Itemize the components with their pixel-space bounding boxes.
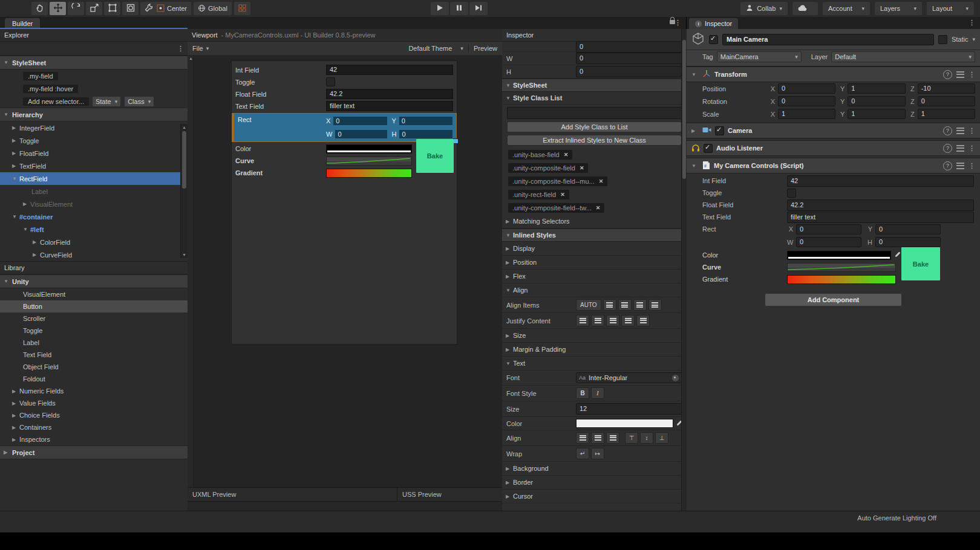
transform-component-header[interactable]: Transform ?⋮ xyxy=(687,66,980,82)
library-project-header[interactable]: Project xyxy=(0,445,188,459)
scale-z-input[interactable]: 1 xyxy=(918,109,975,119)
align-left-button[interactable] xyxy=(576,432,589,444)
text-foldout[interactable]: Text xyxy=(502,357,687,370)
library-group[interactable]: Inspectors xyxy=(0,433,188,445)
step-button[interactable] xyxy=(469,2,488,15)
add-selector-input[interactable]: Add new selector... xyxy=(23,97,89,106)
rotation-y-input[interactable]: 0 xyxy=(848,96,905,106)
hierarchy-item[interactable]: Toggle xyxy=(0,134,188,147)
library-item[interactable]: VisualElement xyxy=(0,288,188,300)
hierarchy-item[interactable]: ColorField xyxy=(0,236,188,248)
float-field-input[interactable]: 42.2 xyxy=(326,89,453,99)
foldout-open-icon[interactable] xyxy=(506,95,513,101)
viewport-canvas[interactable]: ▲ Int Field 42 Toggle Float Field 42.2 T… xyxy=(188,55,502,488)
foldout-closed-icon[interactable] xyxy=(4,450,11,455)
library-group[interactable]: Value Fields xyxy=(0,397,188,409)
foldout-closed-icon[interactable] xyxy=(506,246,513,251)
foldout-closed-icon[interactable] xyxy=(506,480,513,485)
foldout-open-icon[interactable] xyxy=(12,176,19,181)
layout-dropdown[interactable]: Layout ▾ xyxy=(927,2,974,15)
style-class-pill[interactable]: .unity-composite-field✕ xyxy=(508,163,588,173)
library-item[interactable]: Object Field xyxy=(0,361,188,373)
rect-h-input[interactable]: 0 xyxy=(875,237,941,247)
extract-inlined-styles-button[interactable]: Extract Inlined Styles to New Class xyxy=(507,135,682,146)
foldout-closed-icon[interactable] xyxy=(33,239,40,245)
foldout-open-icon[interactable] xyxy=(506,288,513,293)
foldout-closed-icon[interactable] xyxy=(12,389,19,394)
foldout-closed-icon[interactable] xyxy=(691,128,699,134)
transform-tool-button[interactable] xyxy=(122,2,139,15)
foldout-closed-icon[interactable] xyxy=(506,347,513,352)
align-bottom-button[interactable]: ⊥ xyxy=(655,432,668,444)
rect-tool-button[interactable] xyxy=(104,2,120,15)
doc-float-field[interactable]: Float Field 42.2 xyxy=(232,88,457,100)
add-class-input[interactable] xyxy=(507,107,682,119)
class-dropdown[interactable]: Class▾ xyxy=(124,96,154,107)
preset-icon[interactable] xyxy=(956,145,964,152)
doc-int-field[interactable]: Int Field 42 xyxy=(232,64,457,76)
align-items-stretch-button[interactable] xyxy=(648,299,662,311)
add-component-button[interactable]: Add Component xyxy=(765,293,902,306)
library-item[interactable]: Scroller xyxy=(0,312,188,325)
foldout-open-icon[interactable] xyxy=(691,72,699,77)
position-z-input[interactable]: -10 xyxy=(918,83,975,94)
grid-snap-button[interactable] xyxy=(234,2,250,15)
collab-button[interactable]: Collab ▾ xyxy=(740,2,788,15)
component-menu-icon[interactable]: ⋮ xyxy=(969,162,975,170)
rect-w-input[interactable]: 0 xyxy=(335,130,387,138)
static-caret-icon[interactable]: ▾ xyxy=(972,36,975,42)
script-component-header[interactable]: # My Camera Controls (Script) ?⋮ xyxy=(687,158,980,173)
justify-space-around-button[interactable] xyxy=(636,315,650,326)
library-group[interactable]: Containers xyxy=(0,421,188,433)
library-unity-header[interactable]: Unity xyxy=(0,274,188,288)
help-icon[interactable]: ? xyxy=(943,70,952,79)
script-float-field[interactable]: Float Field 42.2 xyxy=(687,199,980,211)
foldout-closed-icon[interactable] xyxy=(23,201,30,207)
script-text-field[interactable]: Text Field filler text xyxy=(687,211,980,223)
doc-text-field[interactable]: Text Field filler text xyxy=(232,100,457,112)
move-tool-button[interactable] xyxy=(50,2,66,15)
position-foldout[interactable]: Position xyxy=(502,256,687,270)
scale-x-input[interactable]: 1 xyxy=(778,109,835,119)
foldout-closed-icon[interactable] xyxy=(12,401,19,406)
doc-rect-field-selected[interactable]: Rect X0 Y0 W0 H0 xyxy=(232,113,457,142)
style-class-pill[interactable]: .unity-base-field✕ xyxy=(508,150,572,160)
foldout-closed-icon[interactable] xyxy=(33,252,40,257)
scroll-up-icon[interactable]: ▲ xyxy=(181,125,187,129)
selector-row[interactable]: .my-field :hover xyxy=(0,82,188,95)
size-foldout[interactable]: Size xyxy=(502,329,687,343)
foldout-open-icon[interactable] xyxy=(4,112,11,117)
preset-icon[interactable] xyxy=(956,128,964,134)
cloud-button[interactable] xyxy=(792,2,818,15)
stylesheet-section-header[interactable]: StyleSheet xyxy=(0,56,188,70)
color-swatch[interactable] xyxy=(787,251,891,260)
layers-dropdown[interactable]: Layers ▾ xyxy=(875,2,922,15)
library-item[interactable]: Label xyxy=(0,337,188,349)
bake-button[interactable]: Bake xyxy=(416,139,454,173)
camera-enabled-checkbox[interactable] xyxy=(715,126,724,135)
foldout-closed-icon[interactable] xyxy=(12,413,19,418)
scrollbar-thumb[interactable] xyxy=(182,131,186,189)
library-item-hover[interactable]: Button xyxy=(0,300,188,312)
style-class-list-foldout[interactable]: Style Class List xyxy=(502,92,687,105)
explorer-menu-icon[interactable]: ⋮ xyxy=(177,45,184,53)
w-input[interactable]: 0 xyxy=(576,53,682,64)
camera-component-header[interactable]: Camera ?⋮ xyxy=(687,123,980,138)
hierarchy-section-header[interactable]: Hierarchy xyxy=(0,108,188,121)
library-group[interactable]: Numeric Fields xyxy=(0,385,188,397)
font-color-swatch[interactable] xyxy=(576,419,673,428)
curve-swatch[interactable] xyxy=(326,157,412,166)
bake-button[interactable]: Bake xyxy=(901,247,940,280)
wrap-off-button[interactable]: ↦ xyxy=(591,448,604,459)
state-dropdown[interactable]: State▾ xyxy=(92,96,121,107)
style-class-pill[interactable]: .unity-rect-field✕ xyxy=(508,190,569,199)
pivot-center-button[interactable]: Center xyxy=(152,2,191,15)
hierarchy-item[interactable]: #container xyxy=(0,210,188,223)
style-class-pill[interactable]: .unity-composite-field--tw...✕ xyxy=(508,203,604,213)
rect-h-input[interactable]: 0 xyxy=(399,130,452,138)
align-items-auto-button[interactable]: AUTO xyxy=(576,299,601,311)
preview-toggle[interactable]: Preview xyxy=(474,45,497,52)
uibuilder-menu-icon[interactable]: ⋮ xyxy=(675,19,681,27)
audio-listener-enabled-checkbox[interactable] xyxy=(704,144,713,153)
int-field-input[interactable]: 42 xyxy=(787,175,974,187)
